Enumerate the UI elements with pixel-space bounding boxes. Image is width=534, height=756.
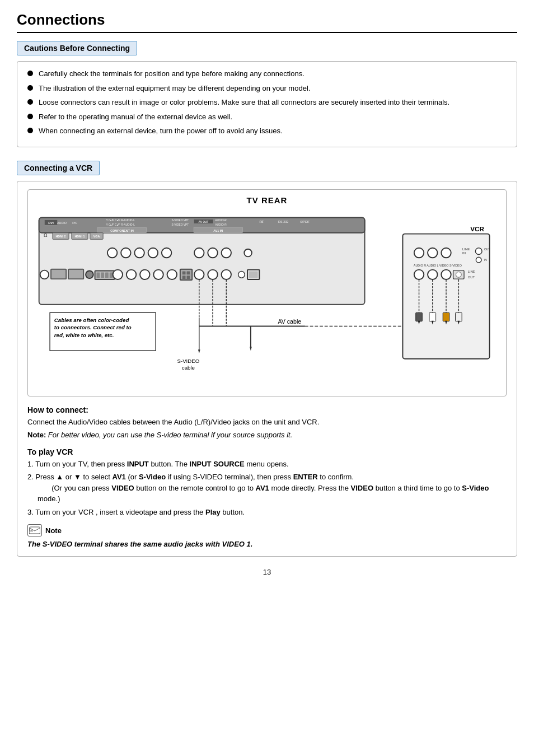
caution-item: Loose connectors can result in image or … (27, 97, 507, 108)
svg-point-80 (428, 248, 437, 257)
svg-text:to connectors.  Connect red to: to connectors. Connect red to (54, 324, 132, 330)
play-vcr-step: 1. Turn on your TV, then press INPUT but… (27, 459, 507, 470)
svg-text:LINE: LINE (462, 247, 470, 250)
svg-rect-103 (456, 312, 462, 321)
svg-text:S/PDIF: S/PDIF (300, 220, 310, 223)
svg-text:✉: ✉ (30, 529, 33, 533)
svg-text:cable: cable (182, 365, 195, 371)
svg-point-86 (476, 257, 481, 263)
caution-text: The illustration of the external equipme… (39, 83, 310, 94)
caution-item: Refer to the operating manual of the ext… (27, 111, 507, 123)
svg-text:AV cable: AV cable (278, 318, 301, 324)
svg-text:AUDIO-R: AUDIO-R (215, 223, 227, 226)
svg-point-58 (222, 269, 231, 279)
cautions-box: Carefully check the terminals for positi… (17, 61, 517, 147)
bullet-icon (27, 128, 33, 133)
svg-text:Y   C₁/F   C₂/F   R-AUDIO-L: Y C₁/F C₂/F R-AUDIO-L (106, 223, 135, 226)
svg-text:VGA: VGA (93, 235, 100, 238)
svg-text:LINE: LINE (468, 270, 475, 273)
vcr-box: TV REAR DVI AUDIO P/C Y C₁/F C₂/F R-AUDI… (17, 181, 517, 557)
svg-point-91 (441, 269, 451, 279)
bullet-icon (27, 85, 33, 91)
svg-point-59 (238, 271, 245, 278)
svg-text:AV1 IN: AV1 IN (213, 228, 223, 232)
svg-text:IN: IN (484, 259, 487, 262)
tv-rear-container: TV REAR DVI AUDIO P/C Y C₁/F C₂/F R-AUDI… (27, 189, 507, 396)
caution-text: Loose connectors can result in image or … (39, 97, 449, 108)
note-label: Note (45, 526, 62, 535)
caution-item: When connecting an external device, turn… (27, 125, 507, 137)
svg-point-28 (107, 248, 117, 257)
caution-text: Refer to the operating manual of the ext… (39, 111, 232, 123)
svg-text:AV OUT: AV OUT (199, 220, 209, 223)
play-vcr-step: 3. Turn on your VCR , insert a videotape… (27, 507, 507, 518)
play-vcr-section: To play VCR 1. Turn on your TV, then pre… (27, 447, 507, 518)
page-number: 13 (17, 568, 517, 576)
note-body: For better video, you can use the S-vide… (48, 431, 292, 439)
vcr-section: Connecting a VCR TV REAR DVI AUDIO P/C Y… (17, 161, 517, 557)
svg-text:VCR: VCR (470, 225, 484, 232)
svg-point-33 (194, 248, 204, 257)
svg-point-84 (475, 248, 482, 254)
svg-rect-38 (51, 269, 66, 278)
svg-rect-44 (105, 272, 109, 278)
svg-rect-101 (429, 312, 436, 321)
svg-rect-100 (416, 312, 423, 321)
svg-point-93 (456, 272, 461, 277)
svg-point-34 (208, 248, 217, 257)
how-connect-title: How to connect: (27, 405, 507, 414)
svg-text:Y   C₁/F   C₂/F   R-AUDIO-L: Y C₁/F C₂/F R-AUDIO-L (106, 219, 135, 222)
svg-point-40 (86, 270, 93, 278)
vcr-header: Connecting a VCR (17, 161, 100, 175)
svg-rect-54 (182, 276, 186, 279)
svg-point-46 (113, 269, 123, 279)
svg-text:P/C: P/C (72, 221, 77, 225)
svg-rect-43 (101, 272, 104, 278)
svg-text:S-VIDEO   VPT: S-VIDEO VPT (172, 219, 189, 222)
svg-text:COMPONENT IN: COMPONENT IN (110, 228, 134, 232)
bullet-icon (27, 114, 33, 119)
svg-text:S-VIDEO: S-VIDEO (177, 358, 199, 364)
cautions-header: Cautions Before Connecting (17, 41, 137, 55)
bullet-icon (27, 71, 33, 76)
svg-point-49 (153, 269, 163, 279)
cautions-section: Cautions Before Connecting Carefully che… (17, 41, 517, 147)
svg-text:AUDIO: AUDIO (57, 221, 67, 225)
svg-text:HDMI 2: HDMI 2 (55, 235, 65, 238)
svg-text:red, white to white, etc.: red, white to white, etc. (54, 332, 114, 338)
svg-text:OUT: OUT (468, 276, 475, 279)
svg-text:RF: RF (259, 220, 264, 223)
svg-point-90 (428, 269, 437, 279)
svg-point-32 (162, 248, 171, 257)
play-vcr-step: 2. Press ▲ or ▼ to select AV1 (or S-Vide… (27, 472, 507, 505)
svg-text:OUT: OUT (484, 248, 490, 250)
cautions-list: Carefully check the terminals for positi… (27, 68, 507, 137)
svg-text:HDMI 1: HDMI 1 (74, 235, 85, 238)
caution-item: Carefully check the terminals for positi… (27, 68, 507, 80)
svg-rect-102 (443, 312, 449, 321)
svg-text:Cables are often  color-coded: Cables are often color-coded (54, 316, 130, 323)
svg-text:AUDIO R  AUDIO L  VIDEO  S-VID: AUDIO R AUDIO L VIDEO S-VIDEO (414, 263, 462, 267)
svg-point-30 (134, 248, 144, 257)
svg-rect-61 (249, 271, 258, 278)
svg-point-79 (414, 248, 424, 257)
page-title: Connections (17, 11, 517, 33)
svg-text:IN: IN (462, 251, 466, 255)
svg-point-31 (148, 248, 158, 257)
svg-text:AUDIO-R: AUDIO-R (215, 219, 227, 222)
how-to-connect: How to connect: Connect the Audio/Video … (27, 405, 507, 441)
how-connect-note: Note: For better video, you can use the … (27, 430, 507, 441)
svg-point-35 (222, 248, 231, 257)
caution-item: The illustration of the external equipme… (27, 83, 507, 94)
note-box: ✉ Note (27, 524, 507, 536)
svg-point-57 (208, 269, 217, 279)
svg-rect-51 (180, 269, 192, 279)
connection-diagram: DVI AUDIO P/C Y C₁/F C₂/F R-AUDIO-L Y C₁… (34, 209, 500, 389)
svg-point-29 (121, 248, 130, 257)
note-icon: ✉ (27, 524, 42, 536)
svg-text:RS-232: RS-232 (278, 220, 288, 223)
svg-text:S-VIDEO   VPT: S-VIDEO VPT (172, 223, 189, 226)
svg-text:DVI: DVI (48, 221, 54, 225)
svg-point-37 (40, 270, 49, 279)
svg-rect-52 (182, 271, 186, 274)
